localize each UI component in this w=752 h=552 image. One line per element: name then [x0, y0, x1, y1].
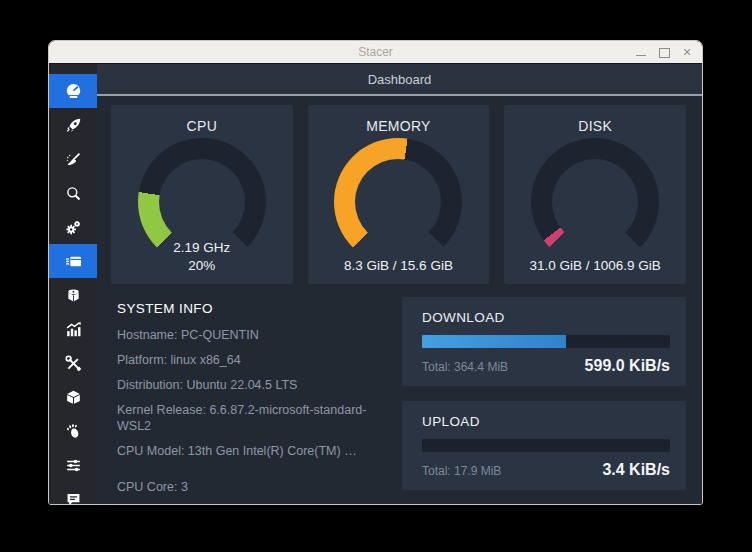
upload-panel: UPLOAD Total: 17.9 MiB 3.4 KiB/s	[402, 401, 686, 490]
system-info-list: Hostname: PC-QUENTINPlatform: linux x86_…	[117, 327, 392, 505]
disk-gauge	[531, 138, 659, 266]
processes-icon	[64, 252, 83, 271]
cpu-panel: CPU 2.19 GHz 20%	[111, 105, 293, 284]
window-title: Stacer	[358, 45, 393, 59]
disk-panel: DISK 31.0 GiB / 1006.9 GiB	[504, 105, 686, 284]
sidebar-item-dashboard[interactable]	[49, 74, 97, 108]
dashboard-content: CPU 2.19 GHz 20% MEMORY	[97, 96, 702, 505]
minimize-icon[interactable]	[635, 46, 647, 58]
upload-title: UPLOAD	[422, 414, 670, 429]
download-total: Total: 364.4 MiB	[422, 360, 508, 374]
package-icon	[64, 388, 83, 407]
resources-icon	[64, 320, 83, 339]
titlebar[interactable]: Stacer ×	[49, 41, 702, 64]
dashboard-icon	[64, 82, 83, 101]
sidebar-item-system-cleaner[interactable]	[49, 142, 97, 176]
sidebar-item-apt-repository[interactable]	[49, 380, 97, 414]
download-speed: 599.0 KiB/s	[585, 357, 670, 375]
disk-usage: 31.0 GiB / 1006.9 GiB	[504, 257, 686, 274]
sidebar-item-startup-apps[interactable]	[49, 108, 97, 142]
tools-icon	[64, 354, 83, 373]
system-info-line: Platform: linux x86_64	[117, 352, 392, 368]
memory-values: 8.3 GiB / 15.6 GiB	[308, 256, 490, 274]
desktop-background: Stacer × Dashboard CPU	[0, 0, 752, 552]
upload-speed: 3.4 KiB/s	[602, 461, 670, 479]
close-icon[interactable]: ×	[681, 46, 693, 58]
disk-gauge-hole	[552, 159, 638, 245]
sidebar-item-feedback[interactable]	[49, 482, 97, 505]
memory-gauge-hole	[355, 159, 441, 245]
cpu-frequency: 2.19 GHz	[111, 239, 293, 256]
download-progress-fill	[422, 335, 566, 348]
lower-row: SYSTEM INFO Hostname: PC-QUENTINPlatform…	[111, 297, 686, 505]
sidebar-item-helpers[interactable]	[49, 346, 97, 380]
sidebar-item-gnome-settings[interactable]	[49, 414, 97, 448]
system-info-line: CPU Model: 13th Gen Intel(R) Core(TM) …	[117, 443, 392, 459]
sidebar-item-settings[interactable]	[49, 448, 97, 482]
network-column: DOWNLOAD Total: 364.4 MiB 599.0 KiB/s	[402, 297, 686, 505]
sidebar	[49, 64, 97, 504]
search-icon	[64, 184, 83, 203]
broom-icon	[64, 150, 83, 169]
upload-total: Total: 17.9 MiB	[422, 464, 501, 478]
sidebar-item-resources[interactable]	[49, 312, 97, 346]
page-title: Dashboard	[368, 72, 432, 87]
window-controls: ×	[635, 41, 693, 63]
gnome-foot-icon	[64, 422, 83, 441]
cpu-usage-percent: 20%	[111, 257, 293, 274]
memory-gauge	[334, 138, 462, 266]
sidebar-item-processes[interactable]	[49, 244, 97, 278]
system-info-line: Distribution: Ubuntu 22.04.5 LTS	[117, 377, 392, 393]
maximize-icon[interactable]	[658, 46, 670, 58]
sidebar-item-search[interactable]	[49, 176, 97, 210]
cpu-title: CPU	[111, 105, 293, 134]
system-info-line: Kernel Release: 6.6.87.2-microsoft-stand…	[117, 402, 392, 434]
sliders-icon	[64, 456, 83, 475]
system-info-line: Hostname: PC-QUENTIN	[117, 327, 392, 343]
download-progress-track	[422, 335, 670, 348]
app-body: Dashboard CPU 2.19 GHz 20%	[49, 64, 702, 504]
upload-stats: Total: 17.9 MiB 3.4 KiB/s	[422, 461, 670, 479]
sidebar-item-services[interactable]	[49, 210, 97, 244]
gears-icon	[64, 218, 83, 237]
gauge-row: CPU 2.19 GHz 20% MEMORY	[111, 105, 686, 284]
memory-title: MEMORY	[308, 105, 490, 134]
rocket-icon	[64, 116, 83, 135]
page-header: Dashboard	[97, 64, 702, 96]
system-info-title: SYSTEM INFO	[117, 301, 392, 316]
uninstaller-icon	[64, 286, 83, 305]
upload-progress-track	[422, 439, 670, 452]
download-panel: DOWNLOAD Total: 364.4 MiB 599.0 KiB/s	[402, 297, 686, 386]
download-stats: Total: 364.4 MiB 599.0 KiB/s	[422, 357, 670, 375]
stacer-window: Stacer × Dashboard CPU	[48, 40, 703, 505]
disk-title: DISK	[504, 105, 686, 134]
cpu-gauge-hole	[159, 159, 245, 245]
system-info-line: CPU Speed: 2.19 GHz	[117, 504, 392, 505]
memory-usage: 8.3 GiB / 15.6 GiB	[308, 257, 490, 274]
feedback-icon	[64, 490, 83, 506]
cpu-values: 2.19 GHz 20%	[111, 239, 293, 274]
disk-values: 31.0 GiB / 1006.9 GiB	[504, 256, 686, 274]
system-info-line: CPU Core: 3	[117, 479, 392, 495]
system-info-section: SYSTEM INFO Hostname: PC-QUENTINPlatform…	[111, 297, 392, 505]
main-area: Dashboard CPU 2.19 GHz 20%	[97, 64, 702, 504]
sidebar-item-uninstaller[interactable]	[49, 278, 97, 312]
memory-panel: MEMORY 8.3 GiB / 15.6 GiB	[308, 105, 490, 284]
download-title: DOWNLOAD	[422, 310, 670, 325]
